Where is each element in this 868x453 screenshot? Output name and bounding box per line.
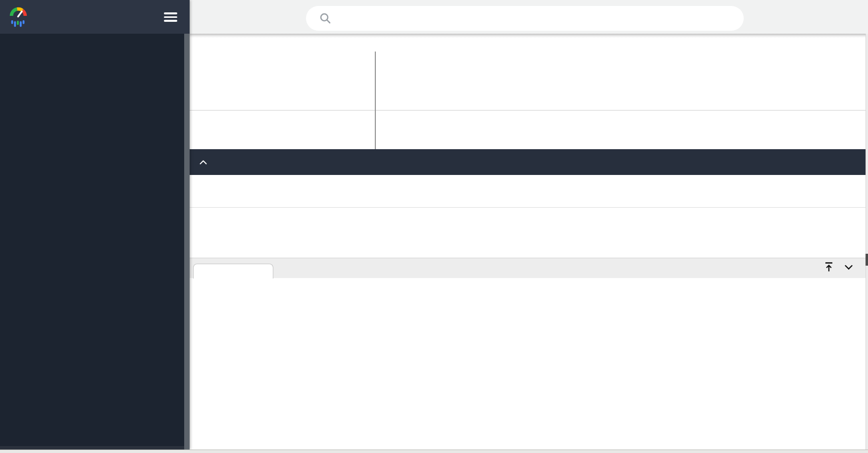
vertical-scrollbar[interactable] — [866, 34, 868, 450]
sidebar — [0, 0, 190, 450]
thread-track[interactable] — [190, 175, 868, 208]
chevron-down-icon — [842, 261, 855, 274]
up-to-top-icon — [822, 261, 835, 274]
vertical-scrollbar-thumb[interactable] — [866, 254, 868, 266]
search-box — [306, 6, 744, 31]
tab-current-selection[interactable] — [193, 264, 273, 279]
search-input[interactable] — [338, 6, 726, 32]
time-ruler[interactable] — [190, 34, 868, 52]
sidebar-scrollbar-thumb[interactable] — [0, 446, 184, 450]
sidebar-scrollbar[interactable] — [184, 34, 190, 450]
horizontal-scrollbar[interactable] — [0, 450, 868, 453]
process-group-header[interactable] — [190, 149, 866, 175]
collapse-panel-button[interactable] — [841, 260, 856, 275]
offset-ruler[interactable] — [190, 110, 868, 150]
menu-icon[interactable] — [164, 12, 177, 22]
perfetto-app — [0, 0, 868, 453]
sidebar-header — [0, 0, 190, 34]
search-icon — [319, 12, 332, 25]
perfetto-logo-icon — [7, 5, 30, 28]
topbar — [190, 0, 868, 34]
timeline-origin-line — [375, 51, 376, 149]
expand-panel-button[interactable] — [821, 260, 836, 275]
slice-details-panel — [190, 278, 868, 450]
collapse-chevron-icon[interactable] — [200, 160, 207, 165]
details-tab-bar — [190, 258, 868, 278]
